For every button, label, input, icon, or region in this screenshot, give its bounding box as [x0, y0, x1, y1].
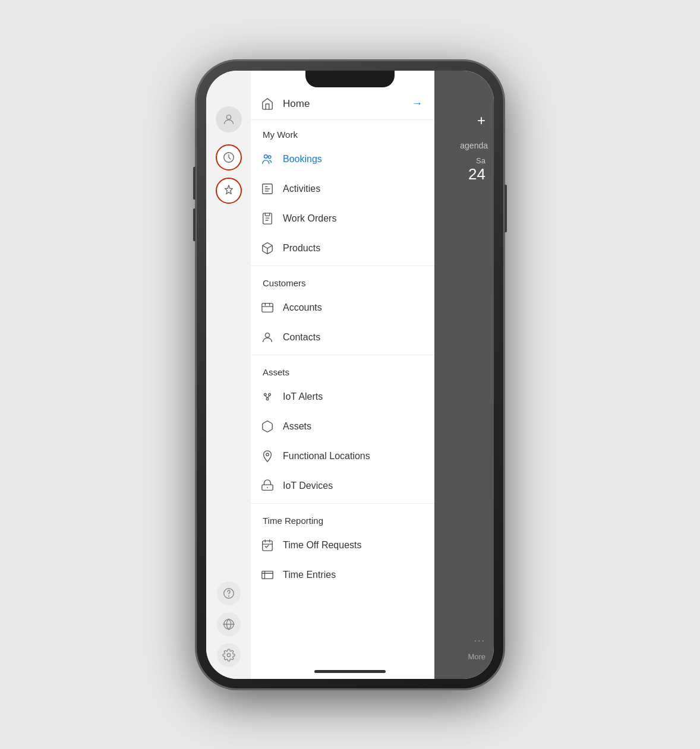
- work-orders-label: Work Orders: [283, 213, 336, 224]
- home-row[interactable]: Home →: [251, 89, 434, 120]
- menu-item-iot-alerts[interactable]: IoT Alerts: [251, 382, 434, 412]
- right-panel-top: +: [434, 106, 494, 129]
- assets-icon: [260, 419, 275, 434]
- section-header-time-reporting: Time Reporting: [251, 506, 434, 530]
- menu-item-time-entries[interactable]: Time Entries: [251, 560, 434, 590]
- home-indicator: [314, 670, 386, 673]
- activities-label: Activities: [283, 184, 320, 194]
- section-header-customers: Customers: [251, 268, 434, 293]
- svg-point-18: [266, 453, 269, 456]
- home-icon: [260, 97, 275, 111]
- calendar-date: 24: [434, 165, 494, 184]
- contacts-label: Contacts: [283, 332, 320, 343]
- add-button[interactable]: +: [477, 112, 485, 129]
- home-arrow-icon: →: [412, 97, 422, 110]
- menu-item-work-orders[interactable]: Work Orders: [251, 204, 434, 233]
- svg-point-7: [268, 156, 271, 159]
- iot-devices-icon: [260, 479, 275, 493]
- svg-rect-9: [263, 213, 272, 223]
- svg-point-5: [227, 653, 231, 657]
- divider-time-reporting: [251, 503, 434, 504]
- iot-alerts-icon: [260, 390, 275, 404]
- bookings-label: Bookings: [283, 154, 322, 165]
- help-icon-button[interactable]: [217, 581, 241, 605]
- globe-icon-button[interactable]: [217, 612, 241, 636]
- products-icon: [260, 241, 275, 255]
- time-off-requests-label: Time Off Requests: [283, 540, 362, 551]
- svg-rect-25: [262, 571, 273, 579]
- menu-item-activities[interactable]: Activities: [251, 174, 434, 204]
- section-header-my-work: My Work: [251, 120, 434, 144]
- agenda-label: agenda: [434, 129, 494, 156]
- assets-label: Assets: [283, 421, 311, 432]
- iot-devices-label: IoT Devices: [283, 481, 333, 491]
- menu-item-products[interactable]: Products: [251, 233, 434, 263]
- menu-item-assets[interactable]: Assets: [251, 412, 434, 441]
- bookings-icon: [260, 152, 275, 166]
- phone-notch: [305, 71, 395, 87]
- time-entries-label: Time Entries: [283, 570, 336, 580]
- menu-panel: Home → My Work Bookings: [251, 71, 434, 679]
- divider-assets: [251, 355, 434, 355]
- volume-down-button: [193, 208, 196, 241]
- phone-wrapper: Home → My Work Bookings: [196, 60, 504, 690]
- home-row-left: Home: [260, 97, 310, 111]
- time-entries-icon: [260, 568, 275, 582]
- avatar[interactable]: [216, 106, 242, 132]
- power-button: [504, 185, 507, 232]
- iot-alerts-label: IoT Alerts: [283, 391, 323, 402]
- more-label[interactable]: More: [468, 652, 485, 661]
- menu-item-time-off-requests[interactable]: Time Off Requests: [251, 530, 434, 560]
- functional-locations-label: Functional Locations: [283, 451, 370, 462]
- menu-item-contacts[interactable]: Contacts: [251, 323, 434, 352]
- section-header-assets: Assets: [251, 358, 434, 382]
- work-orders-icon: [260, 211, 275, 226]
- svg-point-6: [264, 154, 268, 158]
- phone-screen: Home → My Work Bookings: [206, 71, 494, 679]
- home-label: Home: [283, 98, 310, 110]
- pin-icon-button[interactable]: [216, 178, 242, 204]
- menu-item-functional-locations[interactable]: Functional Locations: [251, 441, 434, 471]
- calendar-day: Sa: [434, 156, 494, 165]
- svg-rect-11: [262, 303, 273, 312]
- recent-icon-button[interactable]: [216, 144, 242, 170]
- accounts-icon: [260, 301, 275, 315]
- more-dots-icon[interactable]: ···: [474, 636, 485, 646]
- svg-point-12: [265, 333, 269, 337]
- divider-customers: [251, 266, 434, 266]
- activities-icon: [260, 182, 275, 196]
- sidebar: [206, 71, 251, 679]
- accounts-label: Accounts: [283, 302, 322, 313]
- svg-line-17: [267, 396, 270, 398]
- contacts-icon: [260, 330, 275, 345]
- menu-item-accounts[interactable]: Accounts: [251, 293, 434, 323]
- volume-up-button: [193, 167, 196, 200]
- svg-point-3: [228, 596, 229, 596]
- svg-point-0: [226, 115, 231, 119]
- menu-item-bookings[interactable]: Bookings: [251, 144, 434, 174]
- functional-locations-icon: [260, 449, 275, 463]
- right-panel: + agenda Sa 24 ··· More: [434, 71, 494, 679]
- menu-item-iot-devices[interactable]: IoT Devices: [251, 471, 434, 501]
- products-label: Products: [283, 243, 320, 254]
- sidebar-bottom: [217, 581, 241, 667]
- svg-line-16: [265, 396, 267, 398]
- time-off-requests-icon: [260, 538, 275, 552]
- settings-icon-button[interactable]: [217, 643, 241, 667]
